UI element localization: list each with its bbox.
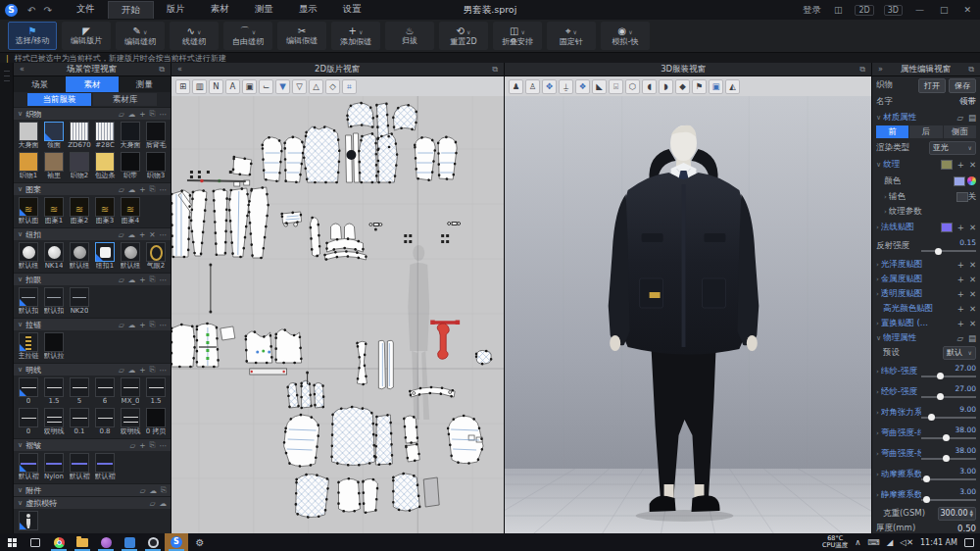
subtab-current-garment[interactable]: 当前服装 [27,93,91,106]
add-icon[interactable]: + [139,230,145,239]
more-icon[interactable]: ⋯ [160,230,168,239]
button-swatch[interactable] [44,242,64,262]
tab-measure[interactable]: 测量 [119,76,171,92]
avatar-swatch[interactable] [19,511,38,530]
topstitch-swatch[interactable] [44,408,64,427]
delete-icon[interactable]: ✕ [969,319,976,328]
collapse-panel-icon[interactable]: « [175,65,184,74]
layers-tool-icon[interactable]: ▥ [192,79,207,94]
copy-icon[interactable]: ⎘ [150,109,156,119]
maximize-button[interactable]: □ [937,5,952,15]
pattern-2d-canvas[interactable]: .pw{fill:#fdfdfd;stroke:#4a4a4a;stroke-w… [172,96,504,533]
folder-icon[interactable]: ▱ [956,333,963,343]
network-icon[interactable]: ◢ [887,537,894,547]
cloud-icon[interactable]: ☁ [150,486,158,495]
copy-icon[interactable]: ⎘ [150,184,156,194]
cloud-icon[interactable]: ☁ [127,230,135,239]
more-icon[interactable]: ⋯ [160,110,168,119]
preset-dropdown[interactable]: 默认∨ [943,346,976,360]
delete-icon[interactable]: ✕ [969,260,976,270]
taskbar-app-blue[interactable] [118,533,141,551]
collapse-panel-icon[interactable]: « [18,65,26,74]
bend-warp-slider[interactable] [921,458,976,460]
secondary-color-swatch[interactable] [956,192,968,202]
topstitch-swatch[interactable] [70,377,89,397]
minimize-button[interactable]: — [912,5,927,15]
taskbar-style3d-active[interactable]: S [165,533,188,551]
dark-detail-piece[interactable] [346,150,356,160]
simulate-fast-button[interactable]: ◉∨ 模拟-快 [601,22,650,50]
topstitch-swatch[interactable] [19,408,38,427]
folder-icon[interactable]: ▱ [119,110,124,119]
add-icon[interactable]: + [139,441,145,450]
pattern-swatch[interactable] [70,197,89,217]
menu-settings[interactable]: 设置 [330,1,374,19]
cloud-icon[interactable]: ☁ [128,366,136,375]
topstitch-swatch[interactable] [44,377,64,397]
zipper-swatch[interactable] [44,332,64,352]
pleat-swatch[interactable] [19,453,38,473]
open-button[interactable]: 打开 [918,78,946,93]
diagonal-tension-slider[interactable] [921,417,976,419]
menu-file[interactable]: 文件 [64,1,108,19]
fabric-swatch[interactable] [19,152,38,172]
mesh-icon[interactable]: ⬡ [625,79,640,94]
flag-view-icon[interactable]: ⚑ [692,79,707,94]
reflect-slider[interactable] [921,250,976,252]
pin-box-icon[interactable]: ❖ [575,79,590,94]
folder-icon[interactable]: ▱ [119,230,124,239]
displacement-map-row[interactable]: ›置换贴图 (... +✕ [872,316,980,330]
menu-display[interactable]: 显示 [286,1,330,19]
section-pattern[interactable]: ∨ 图案 ▱☁+⎘⋯ [14,182,171,195]
boot-icon[interactable]: ◆ [675,79,690,94]
login-button[interactable]: 登录 [803,4,821,17]
garment-front-icon[interactable]: ▼ [275,79,290,94]
annotate-tool-icon[interactable]: A [225,79,240,94]
delete-icon[interactable]: ✕ [149,230,155,239]
line-sewing-button[interactable]: ∿∨ 线缝纫 [170,22,219,50]
section-pleat[interactable]: ∨ 褶皱 ▱+⎘⋯ [14,438,171,451]
garment-dark-icon[interactable]: ◣ [592,79,607,94]
avatar-show-icon[interactable]: ♟ [509,79,523,94]
add-icon[interactable]: + [139,185,145,194]
add-icon[interactable]: + [139,321,145,329]
copy-icon[interactable]: ⎘ [150,320,156,329]
buttonhole-swatch[interactable] [19,287,38,307]
warp-strength-slider[interactable] [921,396,976,398]
edit-sewing-button[interactable]: ✎∨ 编辑缝纫 [116,22,165,50]
add-icon[interactable]: + [957,275,964,284]
volume-muted-icon[interactable]: ◁✕ [900,537,913,547]
ruler-tool-icon[interactable]: ⌙ [259,79,273,94]
tab-back[interactable]: 后 [909,125,942,138]
texture-params-row[interactable]: ›纹理参数 [872,205,980,219]
mesh-view-icon[interactable]: ◇ [325,79,340,94]
menu-home[interactable]: 开始 [108,1,154,19]
buttonhole-swatch[interactable] [70,287,89,307]
normal-map-row[interactable]: ›法线贴图 +✕ [872,219,980,235]
color-swatch[interactable] [954,176,965,186]
normal-map-swatch[interactable] [941,223,953,232]
folder-icon[interactable]: ▱ [119,185,124,194]
iron-shape-button[interactable]: ♨ 归拔 [385,22,434,50]
fabric-drape-icon[interactable]: ◭ [725,79,740,94]
gloss-map-row[interactable]: ›光泽度贴图 +✕ [872,257,980,272]
add-baste-button[interactable]: +∨ 添加假缝 [331,22,380,50]
pattern-swatch[interactable] [44,197,64,217]
delete-icon[interactable]: ✕ [969,275,976,284]
cloud-icon[interactable]: ☁ [128,110,136,119]
taskbar-app-circle[interactable] [141,533,165,551]
shoe-left-icon[interactable]: ◖ [642,79,657,94]
cloud-icon[interactable]: ☁ [128,276,136,284]
close-button[interactable]: ✕ [960,5,974,15]
task-view-button[interactable] [24,533,47,551]
section-zipper[interactable]: ∨ 拉链 ▱☁+⎘⋯ [14,318,171,330]
shoe-right-icon[interactable]: ◗ [659,79,673,94]
copy-icon[interactable]: ⎘ [150,365,156,375]
garment-3d-canvas[interactable] [505,96,871,533]
more-icon[interactable]: ⋯ [160,185,168,194]
save-small-icon[interactable]: ▤ [968,333,976,343]
delete-icon[interactable]: ✕ [969,304,976,314]
delete-icon[interactable]: ✕ [969,289,976,299]
specular-map-row[interactable]: 高光颜色贴图 +✕ [872,301,980,316]
taskbar-chrome[interactable] [47,533,71,551]
